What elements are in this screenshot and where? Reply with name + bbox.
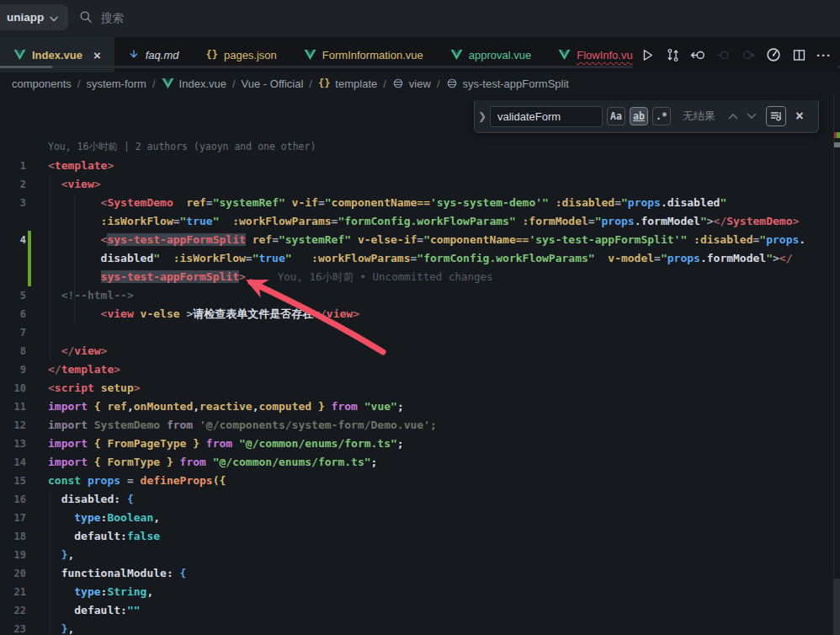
vue-icon	[558, 49, 571, 61]
next-match-icon[interactable]	[742, 107, 761, 125]
code-line-13[interactable]: 13import { FromPageType } from "@/common…	[0, 435, 833, 453]
code-line-18[interactable]: 18default:false	[0, 527, 833, 546]
breadcrumb-item-vue-official[interactable]: Vue - Official	[242, 77, 304, 90]
more-actions-icon: ···	[816, 48, 832, 62]
code-line-2[interactable]: 2<view>	[0, 175, 833, 194]
line-number[interactable]: 14	[0, 453, 37, 472]
file-history-button[interactable]	[763, 44, 784, 66]
line-number[interactable]: 2	[0, 175, 37, 194]
code-line-3-1[interactable]: 3<SystemDemo ref="systemRef" v-if="compo…	[0, 194, 833, 212]
code-line-10[interactable]: 10<script setup>	[0, 379, 833, 398]
line-number[interactable]: 4	[0, 231, 37, 249]
line-number[interactable]: 22	[0, 601, 37, 620]
run-button[interactable]	[636, 44, 658, 66]
split-editor-button[interactable]	[788, 44, 810, 66]
line-number[interactable]: 15	[0, 472, 37, 490]
breadcrumb-item-system-form[interactable]: system-form	[86, 77, 146, 90]
code-line-16[interactable]: 16disabled: {	[0, 490, 833, 509]
code-line-5[interactable]: 5<!--html-->	[0, 286, 833, 305]
line-number[interactable]: 1	[0, 157, 37, 175]
code-text: default:""	[37, 601, 141, 620]
line-number[interactable]: 5	[0, 286, 37, 305]
line-number[interactable]	[0, 212, 37, 231]
find-in-selection-icon[interactable]	[766, 106, 786, 126]
project-switcher[interactable]: uniapp	[0, 4, 68, 30]
line-number[interactable]: 12	[0, 416, 37, 435]
code-line-19[interactable]: 19},	[0, 546, 833, 564]
toggle-replace-icon[interactable]: ❯	[475, 110, 490, 122]
line-number[interactable]	[0, 249, 37, 268]
line-number[interactable]: 9	[0, 360, 37, 379]
breadcrumb-item-sys-test-appformsplit[interactable]: sys-test-appFormSplit	[446, 77, 569, 90]
line-number[interactable]: 13	[0, 435, 37, 453]
code-text: import { FormType } from "@/common/enums…	[37, 453, 377, 472]
code-line-14[interactable]: 14import { FormType } from "@/common/enu…	[0, 453, 833, 472]
breadcrumb-label: Vue - Official	[242, 77, 304, 90]
code-text: <view v-else >请检查表单文件是否存在</view>	[37, 305, 359, 323]
close-tab-icon[interactable]: ×	[93, 49, 101, 61]
code-line-3-2[interactable]: :isWorkFlow="true" :workFlowParams="form…	[0, 212, 833, 231]
more-actions-button[interactable]: ···	[813, 44, 835, 66]
line-number[interactable]: 23	[0, 620, 37, 635]
line-number[interactable]: 20	[0, 564, 37, 583]
line-number[interactable]: 17	[0, 509, 37, 527]
code-line-7[interactable]: 7	[0, 323, 833, 342]
breadcrumb-item-template[interactable]: {}template	[318, 77, 377, 90]
code-editor[interactable]: You, 16小时前 | 2 authors (yaoyn and one ot…	[0, 94, 840, 635]
line-number[interactable]: 6	[0, 305, 37, 323]
code-line-8[interactable]: 8</view>	[0, 342, 833, 360]
line-number[interactable]: 10	[0, 379, 37, 398]
code-line-22[interactable]: 22default:""	[0, 601, 833, 620]
previous-match-icon[interactable]	[724, 107, 742, 125]
code-line-4-1[interactable]: 4<sys-test-appFormSplit ref="systemRef" …	[0, 231, 833, 249]
line-number[interactable]: 3	[0, 194, 37, 212]
breadcrumb-item-index-vue[interactable]: Index.vue	[162, 77, 226, 90]
line-number[interactable]: 8	[0, 342, 37, 360]
code-line-9[interactable]: 9</template>	[0, 360, 833, 379]
line-number[interactable]: 18	[0, 527, 37, 546]
code-line-21[interactable]: 21type:String,	[0, 583, 833, 601]
open-changes-back-button[interactable]	[687, 44, 709, 66]
line-number[interactable]: 7	[0, 323, 37, 342]
next-change-icon	[742, 48, 756, 62]
code-text: <template>	[37, 157, 114, 175]
regex-button[interactable]: .*	[652, 107, 671, 125]
breadcrumb-label: view	[409, 77, 431, 90]
git-blame-inline: You, 16小时前 • Uncommitted changes	[278, 270, 493, 283]
tab-scrollbar-thumb[interactable]	[0, 66, 52, 68]
code-line-1[interactable]: 1<template>	[0, 157, 833, 175]
line-number[interactable]: 11	[0, 398, 37, 416]
code-line-17[interactable]: 17type:Boolean,	[0, 509, 833, 527]
code-line-20[interactable]: 20functionalModule: {	[0, 564, 833, 583]
breadcrumb-item-view[interactable]: view	[392, 77, 431, 90]
find-results-label: 无结果	[683, 109, 715, 124]
match-case-button[interactable]: Aa	[607, 107, 625, 125]
code-line-4-3[interactable]: sys-test-appFormSplit>You, 16小时前 • Uncom…	[0, 268, 833, 286]
overview-ruler[interactable]	[833, 94, 840, 635]
code-line-12[interactable]: 12import SystemDemo from '@/components/s…	[0, 416, 833, 435]
find-input[interactable]	[490, 106, 603, 127]
previous-change-button[interactable]	[712, 44, 734, 66]
breadcrumb-separator: /	[309, 77, 312, 90]
code-line-4-2[interactable]: disabled" :isWorkFlow="true" :workFlowPa…	[0, 249, 833, 268]
whole-word-button[interactable]: ab	[630, 107, 648, 125]
code-line-23[interactable]: 23},	[0, 620, 833, 635]
code-line-15[interactable]: 15const props = defineProps({	[0, 472, 833, 490]
code-line-11[interactable]: 11import { ref,onMounted,reactive,comput…	[0, 398, 833, 416]
breadcrumb-label: components	[12, 77, 72, 90]
next-change-button[interactable]	[737, 44, 759, 66]
line-number[interactable]: 16	[0, 490, 37, 509]
code-text: import SystemDemo from '@/components/sys…	[37, 416, 437, 435]
chevron-down-icon	[50, 10, 58, 25]
global-search[interactable]: 搜索	[79, 10, 124, 27]
line-number[interactable]	[0, 268, 37, 286]
tab-label: Index.vue	[32, 49, 82, 61]
code-line-6[interactable]: 6<view v-else >请检查表单文件是否存在</view>	[0, 305, 833, 323]
title-bar: uniapp 搜索	[0, 0, 840, 37]
breadcrumb-item-components[interactable]: components	[12, 77, 72, 90]
line-number[interactable]: 21	[0, 583, 37, 601]
vertical-scrollbar-thumb[interactable]	[833, 579, 840, 635]
line-number[interactable]: 19	[0, 546, 37, 564]
compare-changes-button[interactable]	[662, 44, 683, 66]
close-find-icon[interactable]: ×	[790, 107, 809, 125]
